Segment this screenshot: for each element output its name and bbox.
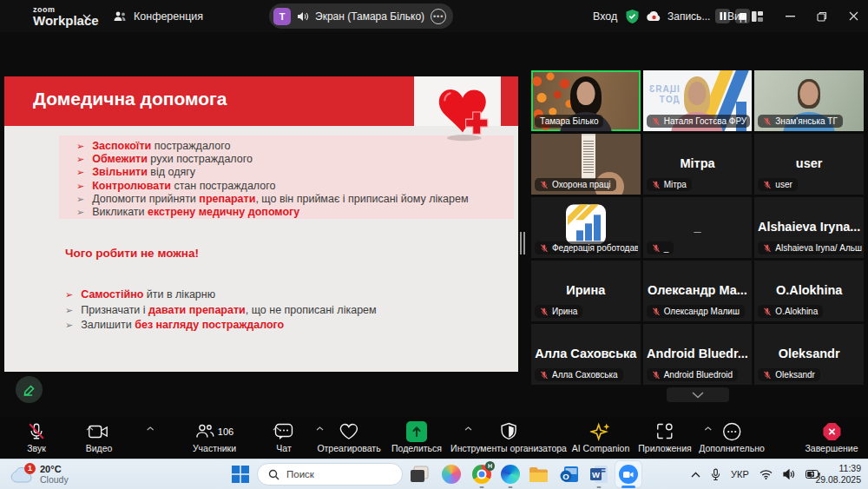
annotate-pencil-button[interactable] (16, 376, 43, 403)
slide-bullet: ➢Звільнити від одягу (76, 166, 514, 179)
participant-tile-alla-sakhovska[interactable]: Алла СаховськаАлла Саховська (531, 324, 641, 385)
participant-tile-mitra[interactable]: МітраМітра (643, 134, 753, 195)
participant-name-label: Охорона праці (535, 178, 616, 191)
taskbar-file-explorer-icon[interactable] (525, 461, 551, 487)
avatar: T (273, 8, 291, 25)
participant-tile-o-alokhina[interactable]: O.AlokhinaO.Alokhina (754, 261, 864, 321)
taskbar-search-input[interactable]: Поиск (257, 463, 403, 486)
muted-mic-icon (763, 117, 772, 126)
tab-meeting[interactable]: Конференция (113, 0, 203, 32)
panel-resize-handle[interactable] (520, 232, 525, 254)
title-bar: zoom Workplace Конференция T Экран (Тама… (0, 0, 868, 32)
participant-tile-iryna[interactable]: ИринаИрина (531, 261, 641, 321)
more-ellipsis-icon (722, 422, 741, 440)
participant-tile-federacia[interactable]: Федерація роботодав... (531, 197, 641, 258)
window-restore-button[interactable] (809, 0, 835, 32)
window-minimize-button[interactable] (777, 0, 803, 32)
participant-tile-underscore[interactable]: __ (643, 197, 753, 258)
react-button[interactable]: Отреагировать (317, 419, 380, 457)
participant-name-label: Алла Саховська (535, 368, 623, 381)
muted-mic-icon (652, 181, 661, 189)
more-button[interactable]: Дополнительно (699, 419, 765, 457)
participant-display-name: Oleksandr (754, 347, 864, 360)
participant-name-label: Знам'янська ТГ (758, 115, 843, 128)
zoom-workplace-window: zoom Workplace Конференция T Экран (Тама… (0, 0, 868, 489)
participant-name-label: Наталя Гостєва ФРУ (647, 115, 750, 128)
participant-display-name: Мітра (643, 156, 753, 170)
tray-chevron-up-icon[interactable] (686, 459, 706, 489)
participant-name-label: Тамара Білько (535, 115, 603, 128)
task-view-button[interactable] (410, 459, 429, 489)
participant-display-name: _ (643, 220, 753, 234)
tray-wifi-icon[interactable] (754, 459, 778, 489)
apps-button[interactable]: Приложения (638, 419, 691, 457)
video-button[interactable]: Видео (86, 419, 113, 457)
chat-button[interactable]: Чат (274, 419, 293, 457)
share-screen-icon (406, 422, 427, 440)
share-more-icon[interactable]: ••• (431, 9, 446, 24)
participants-button[interactable]: 106 Участники (193, 419, 236, 457)
host-tools-button[interactable]: Инструменты организатора (450, 419, 567, 457)
screen-share-indicator[interactable]: T Экран (Тамара Білько) ••• (269, 3, 453, 29)
participant-tile-oleksandr[interactable]: OleksandrOleksandr (754, 324, 864, 385)
taskbar-chrome-icon[interactable]: H (469, 461, 495, 487)
heart-reaction-icon (339, 422, 359, 440)
ai-sparkle-icon (590, 422, 611, 440)
muted-mic-icon (540, 371, 549, 380)
meeting-people-icon (113, 10, 127, 23)
participant-display-name: O.Alokhina (754, 283, 864, 297)
participant-name-label: _ (647, 241, 674, 254)
camera-icon (89, 422, 109, 440)
end-meeting-button[interactable]: Завершение (805, 419, 858, 457)
participant-tile-android-bluedroid[interactable]: Android Bluedr...Android Bluedroid (643, 324, 753, 385)
workspace-chevron-down-icon[interactable] (82, 0, 91, 32)
participant-tile-oleksandr-malysh[interactable]: Олександр Ма...Олександр Малиш (643, 261, 753, 321)
participant-display-name: user (754, 156, 864, 170)
share-screen-button[interactable]: Поделиться (391, 419, 442, 457)
shared-screen-slide: Домедична допомога ➢Заспокоїти постражда… (4, 76, 518, 372)
audio-button[interactable]: Звук (27, 419, 46, 457)
search-icon (268, 469, 279, 480)
notification-badge: 1 (24, 463, 36, 474)
tray-mic-icon[interactable] (706, 459, 726, 489)
taskbar-copilot-icon[interactable] (438, 461, 464, 487)
muted-mic-icon (763, 244, 772, 253)
taskbar-outlook-icon[interactable]: O (556, 461, 582, 487)
slide-bullet: ➢Допомогти прийняти препарати, що він пр… (76, 193, 514, 206)
participant-tile-alshaieva[interactable]: Alshaieva Iryna...Alshaieva Iryna/ Альш.… (754, 197, 864, 258)
video-gallery: Тамара БількоІЦАЯЗДОТНаталя Гостєва ФРУЗ… (531, 70, 864, 385)
participant-name-label: Мітра (647, 178, 692, 191)
tray-speaker-icon[interactable] (778, 459, 800, 489)
windows-start-button[interactable] (231, 459, 250, 489)
participant-name-label: Oleksandr (758, 368, 820, 381)
muted-mic-icon (540, 244, 549, 253)
tray-language-indicator[interactable]: УКР (726, 459, 754, 489)
participant-tile-ohorona-praci[interactable]: Охорона праці (531, 134, 641, 195)
windows-taskbar: 1 20°C Cloudy Поиск H (0, 459, 868, 489)
weather-widget[interactable]: 1 20°C Cloudy (10, 459, 69, 489)
end-meeting-icon (822, 422, 841, 440)
ai-companion-button[interactable]: AI Companion (572, 419, 630, 457)
participant-display-name: Олександр Ма... (643, 283, 753, 297)
taskbar-word-icon[interactable]: W (586, 461, 612, 487)
heart-cross-icon (431, 81, 494, 143)
video-chevron-icon[interactable] (147, 426, 155, 431)
participant-tile-znamyanska-tg[interactable]: Знам'янська ТГ (754, 70, 864, 131)
window-close-button[interactable] (840, 0, 866, 32)
security-shield-icon[interactable] (625, 0, 640, 32)
taskbar-zoom-icon[interactable] (615, 461, 641, 487)
participant-display-name: Ирина (531, 283, 641, 297)
participant-tile-user[interactable]: useruser (754, 134, 864, 195)
taskbar-edge-icon[interactable] (497, 461, 523, 487)
svg-text:W: W (592, 470, 600, 479)
participant-name-label: Android Bluedroid (647, 368, 739, 381)
slide-do-list: ➢Заспокоїти постраждалого➢Обмежити рухи … (59, 135, 514, 219)
view-button[interactable]: Вид (727, 0, 763, 32)
participant-tile-natalia-gostieva[interactable]: ІЦАЯЗДОТНаталя Гостєва ФРУ (643, 70, 753, 131)
gallery-scroll-down-button[interactable] (667, 387, 729, 402)
participant-tile-tamara-bilko[interactable]: Тамара Білько (531, 70, 641, 131)
signin-button[interactable]: Вход (593, 0, 617, 32)
tray-clock[interactable]: 11:39 29.08.2025 (815, 459, 861, 489)
svg-text:O: O (562, 472, 569, 481)
participant-name-label: Ирина (535, 305, 582, 318)
